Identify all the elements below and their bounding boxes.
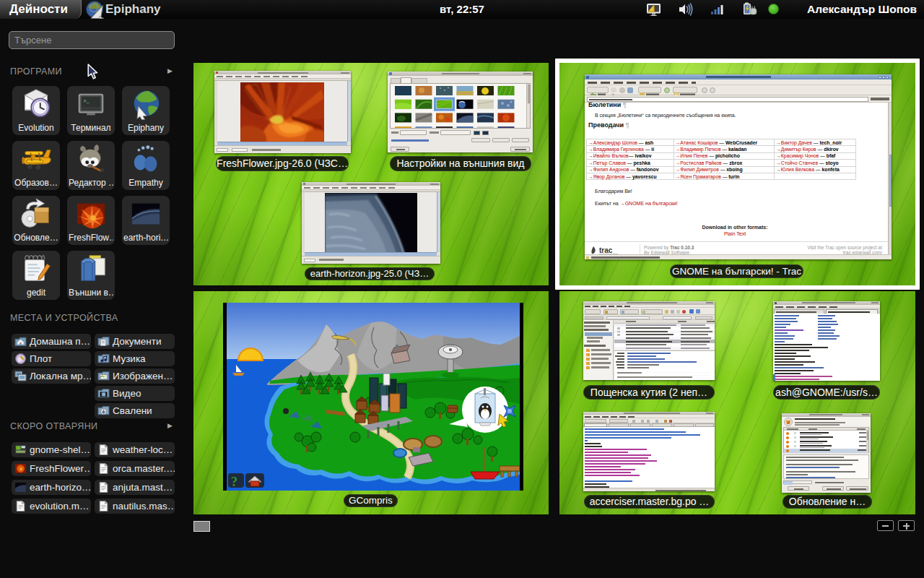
svg-text:trac: trac (599, 246, 613, 254)
svg-text:?: ? (231, 475, 237, 489)
svg-text:>_: >_ (83, 98, 90, 104)
